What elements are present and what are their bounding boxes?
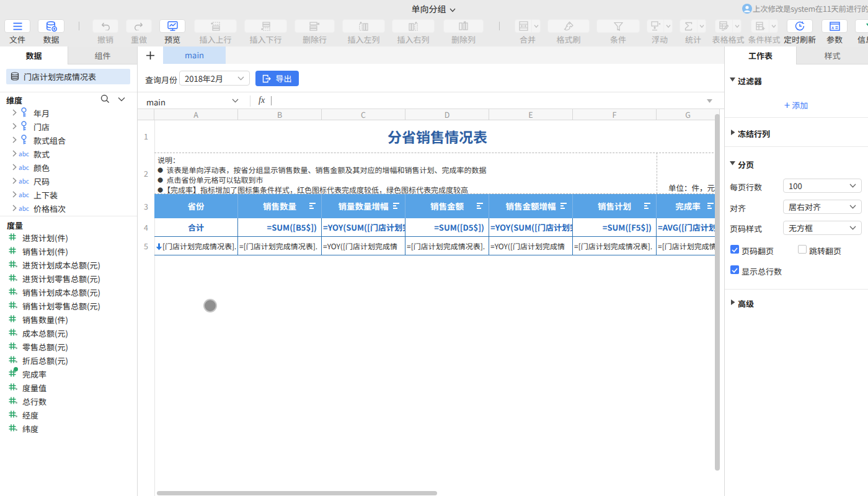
- svg-text:x: x: [831, 24, 835, 30]
